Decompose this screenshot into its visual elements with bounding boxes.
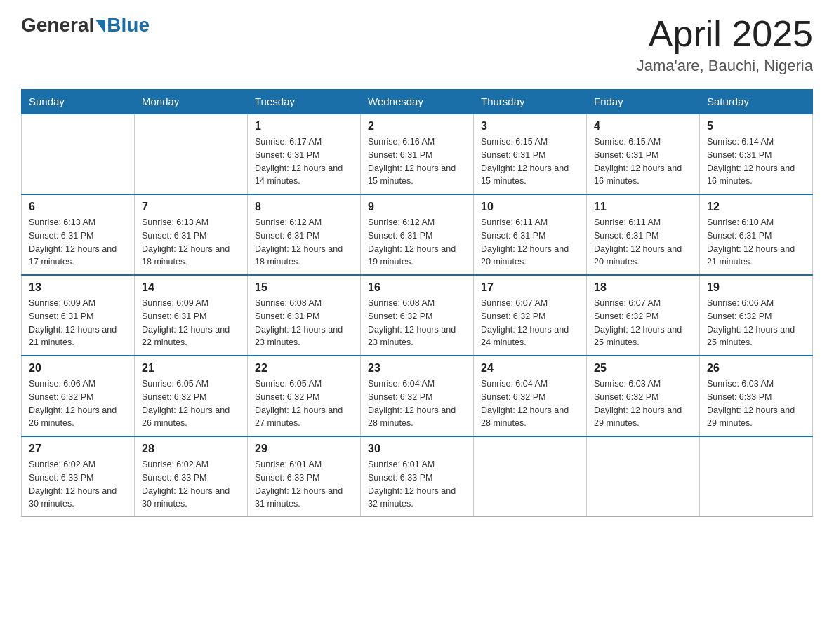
day-info: Sunrise: 6:09 AMSunset: 6:31 PMDaylight:… (142, 297, 240, 349)
day-number: 5 (707, 120, 805, 133)
calendar-cell: 27Sunrise: 6:02 AMSunset: 6:33 PMDayligh… (22, 436, 135, 517)
day-info: Sunrise: 6:05 AMSunset: 6:32 PMDaylight:… (255, 377, 353, 430)
calendar-cell: 3Sunrise: 6:15 AMSunset: 6:31 PMDaylight… (474, 114, 587, 194)
day-number: 17 (481, 281, 579, 294)
calendar-cell: 18Sunrise: 6:07 AMSunset: 6:32 PMDayligh… (587, 275, 700, 356)
calendar-cell: 13Sunrise: 6:09 AMSunset: 6:31 PMDayligh… (22, 275, 135, 356)
day-info: Sunrise: 6:02 AMSunset: 6:33 PMDaylight:… (142, 458, 240, 511)
calendar-cell: 25Sunrise: 6:03 AMSunset: 6:32 PMDayligh… (587, 356, 700, 436)
day-number: 11 (594, 201, 692, 213)
week-row: 6Sunrise: 6:13 AMSunset: 6:31 PMDaylight… (22, 194, 813, 275)
day-info: Sunrise: 6:10 AMSunset: 6:31 PMDaylight:… (707, 216, 805, 269)
day-number: 7 (142, 201, 240, 213)
calendar-cell: 2Sunrise: 6:16 AMSunset: 6:31 PMDaylight… (361, 114, 474, 194)
calendar-cell (700, 436, 813, 517)
day-of-week-header: Tuesday (248, 90, 361, 114)
day-header-row: SundayMondayTuesdayWednesdayThursdayFrid… (22, 90, 813, 114)
day-info: Sunrise: 6:04 AMSunset: 6:32 PMDaylight:… (368, 377, 466, 430)
day-number: 23 (368, 362, 466, 375)
week-row: 13Sunrise: 6:09 AMSunset: 6:31 PMDayligh… (22, 275, 813, 356)
week-row: 20Sunrise: 6:06 AMSunset: 6:32 PMDayligh… (22, 356, 813, 436)
title-block: April 2025 Jama'are, Bauchi, Nigeria (637, 14, 813, 75)
day-of-week-header: Friday (587, 90, 700, 114)
day-of-week-header: Monday (135, 90, 248, 114)
day-info: Sunrise: 6:15 AMSunset: 6:31 PMDaylight:… (481, 135, 579, 188)
day-info: Sunrise: 6:01 AMSunset: 6:33 PMDaylight:… (368, 458, 466, 511)
day-info: Sunrise: 6:06 AMSunset: 6:32 PMDaylight:… (707, 297, 805, 349)
calendar-cell: 10Sunrise: 6:11 AMSunset: 6:31 PMDayligh… (474, 194, 587, 275)
calendar-cell: 1Sunrise: 6:17 AMSunset: 6:31 PMDaylight… (248, 114, 361, 194)
day-number: 29 (255, 443, 353, 455)
day-info: Sunrise: 6:04 AMSunset: 6:32 PMDaylight:… (481, 377, 579, 430)
day-of-week-header: Saturday (700, 90, 813, 114)
day-info: Sunrise: 6:08 AMSunset: 6:32 PMDaylight:… (368, 297, 466, 349)
calendar-cell: 23Sunrise: 6:04 AMSunset: 6:32 PMDayligh… (361, 356, 474, 436)
day-info: Sunrise: 6:02 AMSunset: 6:33 PMDaylight:… (29, 458, 127, 511)
location-title: Jama'are, Bauchi, Nigeria (637, 57, 813, 75)
day-number: 20 (29, 362, 127, 375)
day-number: 1 (255, 120, 353, 133)
calendar-cell: 19Sunrise: 6:06 AMSunset: 6:32 PMDayligh… (700, 275, 813, 356)
day-number: 12 (707, 201, 805, 213)
calendar-cell: 14Sunrise: 6:09 AMSunset: 6:31 PMDayligh… (135, 275, 248, 356)
calendar-cell: 22Sunrise: 6:05 AMSunset: 6:32 PMDayligh… (248, 356, 361, 436)
day-number: 10 (481, 201, 579, 213)
calendar-cell: 7Sunrise: 6:13 AMSunset: 6:31 PMDaylight… (135, 194, 248, 275)
calendar-cell: 9Sunrise: 6:12 AMSunset: 6:31 PMDaylight… (361, 194, 474, 275)
calendar-cell: 15Sunrise: 6:08 AMSunset: 6:31 PMDayligh… (248, 275, 361, 356)
day-info: Sunrise: 6:01 AMSunset: 6:33 PMDaylight:… (255, 458, 353, 511)
day-number: 6 (29, 201, 127, 213)
calendar-cell: 28Sunrise: 6:02 AMSunset: 6:33 PMDayligh… (135, 436, 248, 517)
page-header: General Blue April 2025 Jama'are, Bauchi… (21, 14, 813, 75)
calendar-cell (135, 114, 248, 194)
calendar-cell: 21Sunrise: 6:05 AMSunset: 6:32 PMDayligh… (135, 356, 248, 436)
calendar-cell (587, 436, 700, 517)
day-number: 22 (255, 362, 353, 375)
day-info: Sunrise: 6:12 AMSunset: 6:31 PMDaylight:… (368, 216, 466, 269)
calendar-cell: 26Sunrise: 6:03 AMSunset: 6:33 PMDayligh… (700, 356, 813, 436)
day-number: 18 (594, 281, 692, 294)
day-info: Sunrise: 6:14 AMSunset: 6:31 PMDaylight:… (707, 135, 805, 188)
day-info: Sunrise: 6:06 AMSunset: 6:32 PMDaylight:… (29, 377, 127, 430)
day-number: 13 (29, 281, 127, 294)
calendar-table: SundayMondayTuesdayWednesdayThursdayFrid… (21, 89, 813, 517)
day-info: Sunrise: 6:09 AMSunset: 6:31 PMDaylight:… (29, 297, 127, 349)
logo-general-text: General (21, 14, 94, 36)
day-number: 14 (142, 281, 240, 294)
day-number: 26 (707, 362, 805, 375)
calendar-cell (474, 436, 587, 517)
day-number: 21 (142, 362, 240, 375)
day-info: Sunrise: 6:03 AMSunset: 6:33 PMDaylight:… (707, 377, 805, 430)
day-info: Sunrise: 6:07 AMSunset: 6:32 PMDaylight:… (594, 297, 692, 349)
day-info: Sunrise: 6:17 AMSunset: 6:31 PMDaylight:… (255, 135, 353, 188)
calendar-cell: 20Sunrise: 6:06 AMSunset: 6:32 PMDayligh… (22, 356, 135, 436)
day-of-week-header: Sunday (22, 90, 135, 114)
day-info: Sunrise: 6:05 AMSunset: 6:32 PMDaylight:… (142, 377, 240, 430)
day-info: Sunrise: 6:12 AMSunset: 6:31 PMDaylight:… (255, 216, 353, 269)
day-of-week-header: Thursday (474, 90, 587, 114)
day-number: 28 (142, 443, 240, 455)
calendar-cell: 29Sunrise: 6:01 AMSunset: 6:33 PMDayligh… (248, 436, 361, 517)
day-number: 25 (594, 362, 692, 375)
day-number: 24 (481, 362, 579, 375)
day-number: 16 (368, 281, 466, 294)
calendar-cell: 5Sunrise: 6:14 AMSunset: 6:31 PMDaylight… (700, 114, 813, 194)
day-info: Sunrise: 6:15 AMSunset: 6:31 PMDaylight:… (594, 135, 692, 188)
day-number: 2 (368, 120, 466, 133)
calendar-cell: 30Sunrise: 6:01 AMSunset: 6:33 PMDayligh… (361, 436, 474, 517)
day-number: 27 (29, 443, 127, 455)
day-of-week-header: Wednesday (361, 90, 474, 114)
day-info: Sunrise: 6:08 AMSunset: 6:31 PMDaylight:… (255, 297, 353, 349)
day-info: Sunrise: 6:13 AMSunset: 6:31 PMDaylight:… (29, 216, 127, 269)
logo-arrow-icon (95, 20, 105, 34)
day-number: 4 (594, 120, 692, 133)
day-number: 9 (368, 201, 466, 213)
day-info: Sunrise: 6:13 AMSunset: 6:31 PMDaylight:… (142, 216, 240, 269)
day-info: Sunrise: 6:16 AMSunset: 6:31 PMDaylight:… (368, 135, 466, 188)
logo-blue-text: Blue (107, 14, 150, 36)
calendar-cell (22, 114, 135, 194)
day-info: Sunrise: 6:03 AMSunset: 6:32 PMDaylight:… (594, 377, 692, 430)
day-number: 15 (255, 281, 353, 294)
week-row: 1Sunrise: 6:17 AMSunset: 6:31 PMDaylight… (22, 114, 813, 194)
logo: General Blue (21, 14, 150, 36)
